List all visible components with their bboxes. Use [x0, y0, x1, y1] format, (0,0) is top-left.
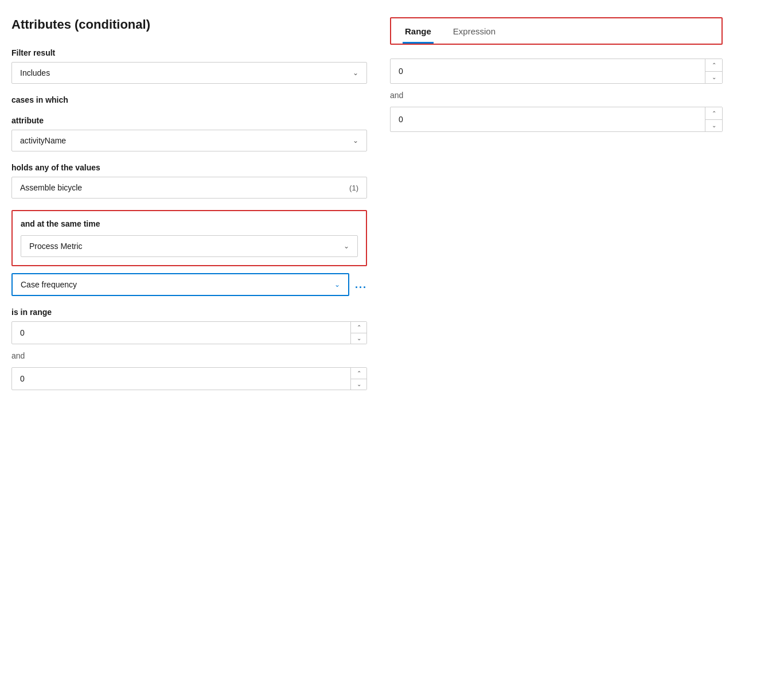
tab-expression[interactable]: Expression — [451, 23, 498, 44]
filter-result-dropdown[interactable]: Includes ⌄ — [11, 62, 367, 84]
spinner-2-up-button[interactable]: ⌃ — [351, 368, 366, 379]
spinner-1-up-button[interactable]: ⌃ — [351, 322, 366, 333]
right-spinner-1-buttons: ⌃ ⌄ — [705, 59, 722, 83]
right-and-label: and — [390, 91, 723, 100]
cases-in-which-label: cases in which — [11, 95, 367, 104]
tab-range[interactable]: Range — [403, 23, 434, 44]
spinner-2-buttons: ⌃ ⌄ — [350, 368, 366, 390]
case-frequency-value: Case frequency — [21, 280, 77, 289]
process-metric-dropdown[interactable]: Process Metric ⌄ — [21, 235, 358, 257]
is-in-range-section: is in range 0 ⌃ ⌄ and 0 ⌃ ⌄ — [11, 308, 367, 390]
filter-result-section: Filter result Includes ⌄ — [11, 48, 367, 84]
left-panel: Attributes (conditional) Filter result I… — [11, 17, 367, 656]
right-spinner-2-up-button[interactable]: ⌃ — [705, 107, 722, 120]
case-frequency-row: Case frequency ⌄ ... — [11, 273, 367, 296]
holds-values-count: (1) — [349, 184, 358, 192]
spinner-1-down-button[interactable]: ⌄ — [351, 333, 366, 344]
right-spinner-1-up-button[interactable]: ⌃ — [705, 59, 722, 72]
right-spinner-2-value: 0 — [391, 107, 705, 131]
right-panel: Range Expression 0 ⌃ ⌄ and 0 ⌃ ⌄ — [390, 17, 723, 656]
tabs-container: Range Expression — [390, 17, 723, 45]
right-spinner-2-down-button[interactable]: ⌄ — [705, 120, 722, 132]
is-in-range-label: is in range — [11, 308, 367, 317]
holds-values-field[interactable]: Assemble bicycle (1) — [11, 177, 367, 199]
case-frequency-dropdown[interactable]: Case frequency ⌄ — [11, 273, 349, 296]
range-value-2: 0 — [12, 368, 350, 390]
filter-result-value: Includes — [20, 68, 50, 77]
right-spinner-2-buttons: ⌃ ⌄ — [705, 107, 722, 131]
spinner-2-down-button[interactable]: ⌄ — [351, 379, 366, 390]
chevron-down-icon: ⌄ — [344, 242, 349, 250]
right-spinner-1[interactable]: 0 ⌃ ⌄ — [390, 59, 723, 84]
attribute-value: activityName — [20, 136, 66, 145]
process-metric-value: Process Metric — [29, 242, 83, 251]
holds-values-value: Assemble bicycle — [20, 183, 82, 192]
page-title: Attributes (conditional) — [11, 17, 367, 32]
chevron-down-icon: ⌄ — [353, 137, 358, 145]
range-spinner-1[interactable]: 0 ⌃ ⌄ — [11, 321, 367, 344]
right-spinner-1-value: 0 — [391, 59, 705, 83]
right-spinner-1-down-button[interactable]: ⌄ — [705, 72, 722, 84]
attribute-dropdown[interactable]: activityName ⌄ — [11, 130, 367, 151]
chevron-down-icon: ⌄ — [353, 69, 358, 77]
same-time-highlighted-box: and at the same time Process Metric ⌄ — [11, 210, 367, 266]
range-value-1: 0 — [12, 322, 350, 344]
ellipsis-button[interactable]: ... — [355, 279, 367, 291]
cases-in-which-section: cases in which — [11, 95, 367, 104]
range-spinner-2[interactable]: 0 ⌃ ⌄ — [11, 367, 367, 390]
right-spinner-2[interactable]: 0 ⌃ ⌄ — [390, 107, 723, 132]
and-at-same-time-label: and at the same time — [21, 219, 358, 228]
spinner-1-buttons: ⌃ ⌄ — [350, 322, 366, 344]
attribute-section: attribute activityName ⌄ — [11, 116, 367, 151]
holds-values-section: holds any of the values Assemble bicycle… — [11, 163, 367, 199]
attribute-label: attribute — [11, 116, 367, 125]
chevron-down-icon: ⌄ — [334, 281, 340, 289]
holds-values-label: holds any of the values — [11, 163, 367, 172]
and-label: and — [11, 351, 367, 360]
filter-result-label: Filter result — [11, 48, 367, 57]
